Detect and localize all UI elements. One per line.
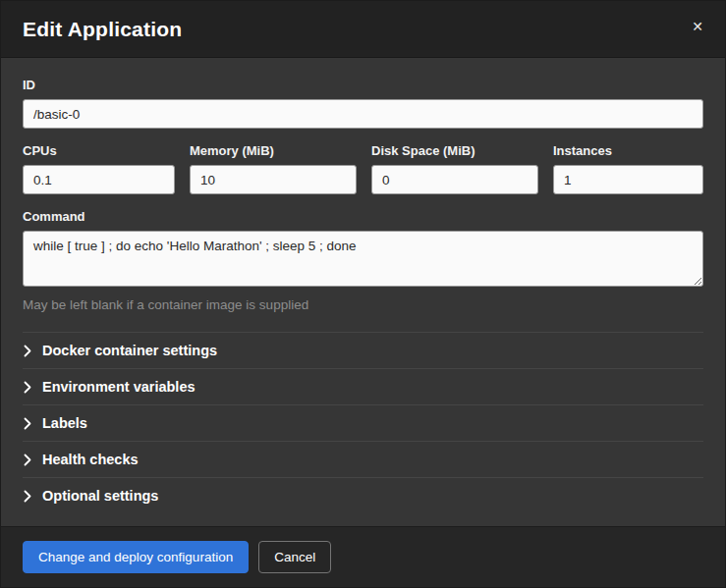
modal-header: Edit Application ✕ <box>1 1 725 58</box>
resources-row: CPUs Memory (MiB) Disk Space (MiB) Insta… <box>23 143 703 194</box>
disk-input[interactable] <box>371 165 538 194</box>
memory-input[interactable] <box>190 165 357 194</box>
section-label: Health checks <box>42 452 139 467</box>
disk-field-group: Disk Space (MiB) <box>371 143 538 194</box>
section-label: Labels <box>42 415 87 431</box>
memory-field-group: Memory (MiB) <box>190 143 357 194</box>
section-labels[interactable]: Labels <box>23 404 703 441</box>
cpus-field-group: CPUs <box>23 143 175 194</box>
cpus-input[interactable] <box>23 165 175 194</box>
section-label: Docker container settings <box>42 343 217 358</box>
section-optional-settings[interactable]: Optional settings <box>23 477 703 513</box>
modal-footer: Change and deploy configuration Cancel <box>1 526 725 587</box>
disk-label: Disk Space (MiB) <box>371 143 538 158</box>
chevron-right-icon <box>23 454 31 466</box>
id-input[interactable] <box>23 99 703 129</box>
instances-label: Instances <box>553 143 703 158</box>
id-field-group: ID <box>23 78 703 129</box>
memory-label: Memory (MiB) <box>190 143 357 158</box>
chevron-right-icon <box>23 417 31 430</box>
command-textarea[interactable]: while [ true ] ; do echo 'Hello Marathon… <box>23 231 703 287</box>
section-label: Optional settings <box>42 488 158 504</box>
command-help-text: May be left blank if a container image i… <box>23 297 703 312</box>
command-field-group: Command while [ true ] ; do echo 'Hello … <box>23 209 703 312</box>
chevron-right-icon <box>23 490 31 503</box>
instances-input[interactable] <box>553 165 703 194</box>
chevron-right-icon <box>23 345 31 357</box>
section-docker-container-settings[interactable]: Docker container settings <box>23 332 703 368</box>
cancel-button[interactable]: Cancel <box>258 541 331 573</box>
section-health-checks[interactable]: Health checks <box>23 441 703 477</box>
id-label: ID <box>23 78 703 92</box>
chevron-right-icon <box>23 381 31 394</box>
section-environment-variables[interactable]: Environment variables <box>23 368 703 404</box>
section-label: Environment variables <box>42 379 195 395</box>
instances-field-group: Instances <box>553 143 703 194</box>
change-and-deploy-button[interactable]: Change and deploy configuration <box>23 541 249 573</box>
modal-body: ID CPUs Memory (MiB) Disk Space (MiB) In… <box>1 58 725 526</box>
cpus-label: CPUs <box>23 143 175 158</box>
command-label: Command <box>23 209 703 224</box>
edit-application-modal: Edit Application ✕ ID CPUs Memory (MiB) … <box>0 0 726 588</box>
collapsible-sections: Docker container settings Environment va… <box>23 332 703 513</box>
page-title: Edit Application <box>23 18 182 41</box>
close-icon[interactable]: ✕ <box>692 18 703 33</box>
